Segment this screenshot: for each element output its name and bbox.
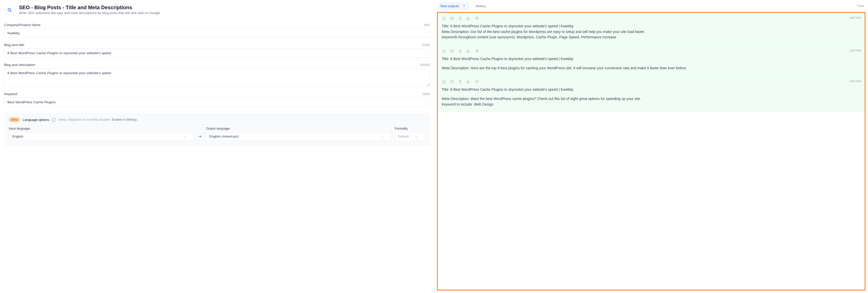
output-language-col: Output language English (American) ⌄: [206, 127, 391, 141]
company-count: 6/80: [424, 23, 430, 27]
output-line: Meta Description: Want the best WordPres…: [442, 96, 861, 102]
svg-rect-6: [477, 17, 478, 19]
chevron-down-icon: ⌄: [415, 135, 417, 138]
output-line: Meta Description: Our list of the best c…: [442, 29, 861, 35]
copy-icon[interactable]: [450, 16, 454, 21]
svg-marker-3: [442, 16, 445, 20]
keyword-field: Keyword: 28/80: [4, 92, 430, 107]
company-label: Company/Product Name: [4, 23, 40, 27]
down-icon[interactable]: [474, 80, 479, 84]
input-panel: SEO - Blog Posts - Title and Meta Descri…: [0, 0, 434, 293]
output-line: Keywords throughout content (use synonym…: [442, 35, 861, 40]
beta-badge: Beta: [9, 117, 20, 122]
search-icon: [4, 5, 16, 16]
language-options-title: Language options: [23, 118, 49, 122]
post-desc-field: Blog post description: 64/800: [4, 63, 430, 87]
post-desc-label: Blog post description:: [4, 63, 36, 67]
output-tabs: New outputs 3 History Clear: [434, 0, 868, 10]
trash-icon[interactable]: [458, 80, 462, 84]
company-input[interactable]: [4, 28, 430, 38]
output-timestamp: just now: [850, 79, 861, 83]
copy-icon[interactable]: [450, 49, 454, 53]
post-title-field: Blog post title: 64/80: [4, 43, 430, 58]
post-title-input[interactable]: [4, 48, 430, 58]
svg-rect-10: [477, 50, 478, 51]
post-title-count: 64/80: [422, 43, 430, 47]
language-note: DeepL integration is currently disabled.…: [58, 118, 137, 121]
output-actions: [442, 80, 861, 84]
up-icon[interactable]: [466, 16, 470, 21]
keyword-label: Keyword:: [4, 92, 18, 96]
info-icon[interactable]: i: [52, 118, 56, 122]
chevron-down-icon: ⌄: [381, 135, 384, 138]
template-title: SEO - Blog Posts - Title and Meta Descri…: [19, 5, 161, 10]
outputs-list: just nowTitle: 8 Best WordPress Cache Pl…: [437, 12, 866, 290]
company-field: Company/Product Name 6/80: [4, 23, 430, 38]
svg-rect-9: [467, 51, 468, 52]
star-icon[interactable]: [442, 49, 446, 53]
svg-rect-13: [467, 82, 468, 83]
clear-button[interactable]: Clear: [857, 4, 864, 8]
svg-marker-7: [442, 49, 445, 53]
input-language-select[interactable]: English ⌄: [9, 132, 194, 141]
copy-icon[interactable]: [450, 80, 454, 84]
output-language-label: Output language: [206, 127, 391, 131]
output-line: Keyword to include: Web Design: [442, 102, 861, 107]
down-icon[interactable]: [474, 49, 479, 53]
keyword-input[interactable]: [4, 98, 430, 107]
formality-label: Formality: [395, 127, 426, 131]
up-icon[interactable]: [466, 49, 470, 53]
star-icon[interactable]: [442, 16, 446, 21]
up-icon[interactable]: [466, 80, 470, 84]
output-line: Meta Description: Here are the top 8 bes…: [442, 66, 861, 71]
output-panel: New outputs 3 History Clear just nowTitl…: [434, 0, 868, 293]
svg-rect-12: [451, 81, 453, 83]
output-line: Title: 8 Best WordPress Cache Plugins to…: [442, 24, 861, 29]
svg-rect-8: [451, 50, 453, 52]
post-desc-count: 64/800: [421, 63, 430, 67]
chevron-down-icon: ⌄: [184, 135, 186, 138]
svg-line-1: [10, 11, 11, 12]
enable-settings-link[interactable]: Enable in Settings.: [112, 118, 137, 121]
input-language-label: Input language: [9, 127, 194, 131]
svg-point-0: [8, 8, 10, 11]
output-line: Title: 8 Best WordPress Cache Plugins to…: [442, 87, 861, 93]
svg-rect-5: [467, 18, 468, 20]
output-card: just nowTitle: 8 Best WordPress Cache Pl…: [438, 76, 865, 112]
output-line: Title: 8 Best WordPress Cache Plugins to…: [442, 56, 861, 62]
star-icon[interactable]: [442, 80, 446, 84]
post-title-label: Blog post title:: [4, 43, 25, 47]
svg-rect-4: [451, 17, 453, 20]
output-card: just nowTitle: 8 Best WordPress Cache Pl…: [438, 45, 865, 76]
input-language-col: Input language English ⌄: [9, 127, 194, 141]
trash-icon[interactable]: [458, 16, 462, 21]
trash-icon[interactable]: [458, 49, 462, 53]
outputs-count-badge: 3: [461, 4, 467, 8]
template-description: Write SEO optimized title tags and meta …: [19, 11, 161, 15]
post-desc-textarea[interactable]: [4, 68, 430, 86]
output-timestamp: just now: [850, 48, 861, 52]
language-options-box: Beta Language options i DeepL integratio…: [4, 113, 430, 146]
svg-rect-14: [477, 80, 478, 82]
output-actions: [442, 49, 861, 53]
output-language-select[interactable]: English (American) ⌄: [206, 132, 391, 141]
tab-history[interactable]: History: [475, 4, 486, 8]
output-timestamp: just now: [850, 16, 861, 20]
output-card: just nowTitle: 8 Best WordPress Cache Pl…: [438, 13, 865, 45]
output-actions: [442, 16, 861, 21]
template-header: SEO - Blog Posts - Title and Meta Descri…: [4, 5, 430, 16]
keyword-count: 28/80: [422, 92, 430, 96]
tab-new-outputs[interactable]: New outputs 3: [438, 2, 469, 10]
arrow-right-icon: [197, 134, 203, 141]
svg-marker-11: [442, 80, 445, 84]
down-icon[interactable]: [474, 16, 479, 21]
formality-col: Formality Default ⌄: [395, 127, 426, 141]
formality-select[interactable]: Default ⌄: [395, 132, 426, 141]
